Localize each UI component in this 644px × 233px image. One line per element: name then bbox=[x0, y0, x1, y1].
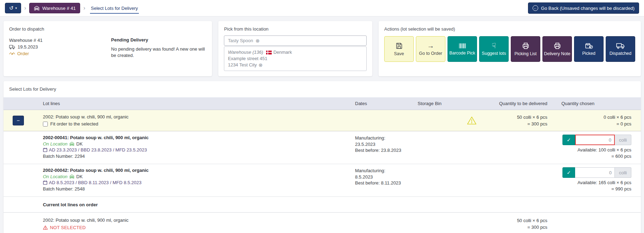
order-link[interactable]: Order bbox=[9, 50, 111, 57]
manufacturing-date: 8.5.2023 bbox=[355, 174, 418, 180]
lot-group-row: − 2002: Potato soup w. chili, 900 ml, or… bbox=[4, 110, 641, 131]
best-before: Best before: 8.11.2023 bbox=[355, 180, 418, 186]
delivery-truck-icon bbox=[9, 45, 15, 50]
order-link-label: Order bbox=[17, 50, 29, 57]
confirm-lot-button[interactable]: ✓ bbox=[562, 167, 575, 178]
order-warehouse-label: Warehouse # 41 bbox=[9, 37, 111, 44]
qty-delivered-line2: = 300 pcs bbox=[517, 121, 547, 127]
breadcrumb-warehouse-badge[interactable]: Warehouse # 41 bbox=[29, 3, 80, 13]
arrow-right-icon: → bbox=[427, 42, 434, 49]
available-line1: Available: 100 colli × 6 pcs bbox=[550, 147, 631, 153]
lot-dates: AD 23.3.2023 / BBD 23.8.2023 / MFD 23.5.… bbox=[49, 147, 147, 153]
handshake-icon bbox=[9, 52, 15, 56]
denmark-flag-icon bbox=[266, 51, 272, 54]
panel-title: Pick from this location bbox=[224, 26, 367, 32]
action-label: Save bbox=[394, 51, 404, 56]
warning-triangle-icon bbox=[43, 225, 48, 230]
manufacturing-label: Manufacturing: bbox=[355, 135, 418, 141]
panel-title: Order to dispatch bbox=[9, 26, 206, 32]
history-dropdown-button[interactable]: ↺ ▾ bbox=[5, 3, 21, 13]
batch-number: Batch Number: 2294 bbox=[43, 153, 355, 160]
calendar-icon bbox=[43, 180, 47, 185]
available-line1: Available: 165 colli × 6 pcs bbox=[550, 180, 631, 186]
qty-chosen-line1: 0 colli × 6 pcs bbox=[550, 114, 631, 121]
action-label: Dispatched bbox=[610, 51, 632, 56]
printer-icon bbox=[554, 42, 561, 50]
manufacturing-date: 23.5.2023 bbox=[355, 141, 418, 148]
go-to-order-button[interactable]: → Go to Order bbox=[416, 36, 445, 62]
box-check-icon bbox=[585, 43, 593, 49]
delivery-date: 19.5.2023 bbox=[18, 44, 38, 50]
current-lot-lines-header-row: Current lot lines on order bbox=[4, 196, 641, 213]
quantity-input[interactable] bbox=[575, 135, 615, 145]
unit-colli-button[interactable]: colli bbox=[615, 167, 631, 178]
collapse-group-button[interactable]: − bbox=[13, 116, 24, 125]
current-order-line-row: 2002: Potato soup w. chili, 900 ml, orga… bbox=[4, 213, 641, 233]
qty-chosen-line2: = 0 pcs bbox=[550, 121, 631, 127]
action-label: Go to Order bbox=[419, 51, 442, 56]
warehouse-icon bbox=[34, 5, 40, 11]
group-title: 2002: Potato soup w. chili, 900 ml, orga… bbox=[43, 114, 355, 121]
history-icon: ↺ bbox=[9, 5, 14, 11]
lot-dates: AD 8.5.2023 / BBD 8.11.2023 / MFD 8.5.20… bbox=[49, 180, 142, 186]
lot-line-row: 2002-00041: Potato soup w. chili, 900 ml… bbox=[4, 131, 641, 164]
picking-list-button[interactable]: Picking List bbox=[511, 36, 540, 62]
action-label: Barcode Pick bbox=[449, 51, 475, 56]
location-code: DK bbox=[76, 141, 83, 147]
fit-order-checkbox[interactable] bbox=[43, 122, 48, 127]
quantity-input[interactable] bbox=[575, 167, 615, 178]
suggest-lots-button[interactable]: ☟ Suggest lots bbox=[479, 36, 509, 62]
clear-selection-icon[interactable]: ⊗ bbox=[256, 38, 260, 44]
warehouse-icon bbox=[69, 141, 75, 147]
clear-location-icon[interactable]: ⊗ bbox=[259, 62, 263, 68]
not-selected-label: NOT SELECTED bbox=[50, 225, 86, 231]
batch-number: Batch Number: 2548 bbox=[43, 186, 355, 192]
delivery-note-button[interactable]: Delivery Note bbox=[542, 36, 572, 62]
location-search-input[interactable]: Tasty Spoon ⊗ bbox=[224, 35, 367, 46]
barcode-icon bbox=[458, 43, 466, 49]
lot-title: 2002-00042: Potato soup w. chili, 900 ml… bbox=[43, 167, 355, 174]
tab-select-lots[interactable]: Select Lots for Delivery bbox=[90, 2, 139, 14]
available-line2: = 600 pcs bbox=[550, 153, 631, 160]
pending-delivery-message: No pending delivery was found! A new one… bbox=[111, 46, 206, 59]
top-bar: ↺ ▾ › Warehouse # 41 › Select Lots for D… bbox=[0, 0, 644, 17]
picked-button[interactable]: Picked bbox=[574, 36, 604, 62]
fit-order-label: Fit order to the selected bbox=[50, 121, 98, 128]
header-dates: Dates bbox=[355, 101, 418, 106]
calendar-icon bbox=[43, 148, 47, 152]
table-header-row: Lot lines Dates Storage Bin Quantity to … bbox=[4, 97, 641, 110]
pick-location-panel: Pick from this location Tasty Spoon ⊗ Wa… bbox=[218, 21, 372, 76]
printer-icon bbox=[522, 42, 529, 50]
order-line-title: 2002: Potato soup w. chili, 900 ml, orga… bbox=[43, 217, 355, 224]
confirm-lot-button[interactable]: ✓ bbox=[562, 135, 575, 145]
location-result-street: Example street 451 bbox=[228, 56, 363, 62]
location-result-option[interactable]: Warehouse (136) Denmark Example street 4… bbox=[224, 46, 367, 71]
panel-title: Actions (lot selection will be saved) bbox=[384, 26, 635, 32]
dispatched-button[interactable]: Dispatched bbox=[606, 36, 635, 62]
action-label: Picked bbox=[582, 51, 595, 56]
breadcrumb-separator-icon: › bbox=[83, 5, 85, 11]
truck-icon bbox=[616, 43, 625, 49]
header-qty-chosen: Quantity chosen bbox=[550, 101, 641, 106]
barcode-pick-button[interactable]: Barcode Pick bbox=[447, 36, 477, 62]
available-line2: = 990 pcs bbox=[550, 186, 631, 192]
qty-delivered-line2: = 300 pcs bbox=[464, 224, 547, 231]
action-label: Picking List bbox=[514, 51, 536, 56]
go-back-label: Go Back (Unsaved changes will be discard… bbox=[541, 6, 635, 11]
action-label: Suggest lots bbox=[482, 51, 506, 56]
save-button[interactable]: Save bbox=[384, 36, 414, 62]
go-back-button[interactable]: ← Go Back (Unsaved changes will be disca… bbox=[528, 2, 639, 14]
location-selected-value: Tasty Spoon bbox=[228, 38, 253, 43]
action-label: Delivery Note bbox=[544, 51, 570, 56]
select-lots-section: Select Lots for Delivery Lot lines Dates… bbox=[4, 81, 641, 233]
pending-delivery-title: Pending Delivery bbox=[111, 37, 206, 43]
save-icon bbox=[395, 42, 403, 50]
unit-colli-button[interactable]: colli bbox=[615, 135, 631, 145]
qty-delivered-line1: 50 colli × 6 pcs bbox=[464, 217, 547, 224]
best-before: Best before: 23.8.2023 bbox=[355, 147, 418, 154]
order-to-dispatch-panel: Order to dispatch Warehouse # 41 19.5.20… bbox=[4, 21, 212, 76]
header-qty-delivered: Quantity to be delivered bbox=[464, 101, 550, 106]
manufacturing-label: Manufacturing: bbox=[355, 168, 418, 174]
pointing-hand-icon: ☟ bbox=[492, 42, 496, 49]
arrow-left-circle-icon: ← bbox=[533, 5, 538, 11]
